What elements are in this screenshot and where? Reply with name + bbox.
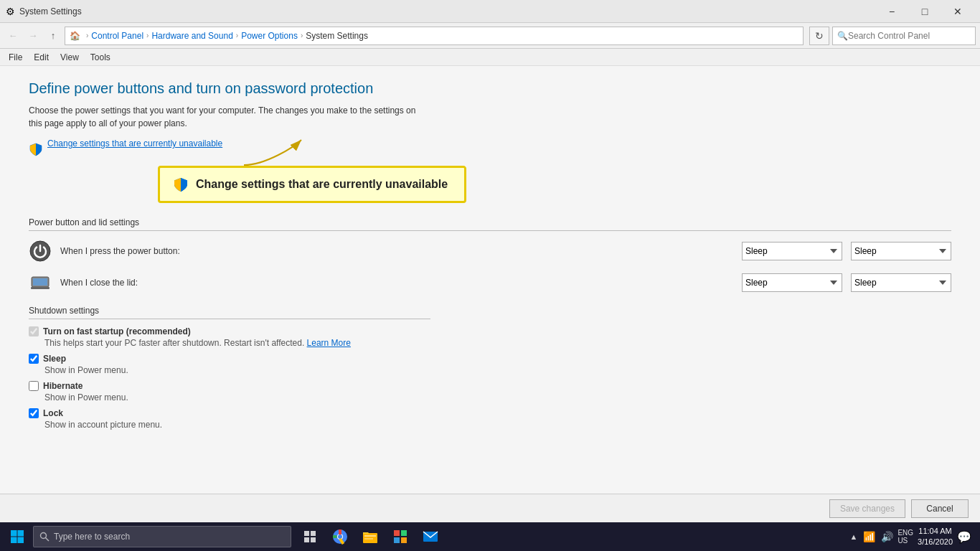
menu-tools[interactable]: Tools: [85, 51, 116, 64]
start-button[interactable]: [3, 522, 32, 551]
forward-button[interactable]: →: [24, 27, 42, 44]
lock-checkbox-row: Lock: [29, 408, 430, 418]
title-bar-controls: − □ ✕: [875, 0, 974, 23]
fast-startup-checkbox[interactable]: [29, 326, 39, 336]
search-box: 🔍: [832, 27, 976, 45]
minimize-button[interactable]: −: [875, 0, 908, 23]
clock-time: 11:04 AM: [918, 526, 953, 537]
callout-shield-icon: [173, 176, 189, 192]
taskbar-icons: [296, 522, 445, 551]
file-explorer-svg: [362, 529, 378, 545]
breadcrumb-hardware-sound[interactable]: Hardware and Sound: [151, 31, 232, 41]
fast-startup-label[interactable]: Turn on fast startup (recommended): [43, 326, 191, 336]
bottom-bar: Save changes Cancel: [0, 494, 980, 522]
clock[interactable]: 11:04 AM 3/16/2020: [918, 526, 953, 548]
save-button[interactable]: Save changes: [829, 499, 905, 518]
lock-desc: Show in account picture menu.: [44, 420, 430, 430]
menu-view[interactable]: View: [55, 51, 85, 64]
taskbar: Type here to search: [0, 522, 980, 551]
power-button-icon: [29, 240, 52, 263]
taskbar-right: ▲ 📶 🔊 ENGUS 11:04 AM 3/16/2020 💬: [850, 526, 978, 548]
app1-svg: [392, 529, 408, 545]
svg-rect-13: [304, 537, 309, 542]
window-icon: ⚙: [6, 6, 15, 17]
search-input[interactable]: [848, 31, 971, 41]
svg-rect-3: [33, 278, 47, 286]
back-button[interactable]: ←: [4, 27, 22, 44]
svg-rect-7: [11, 537, 17, 544]
breadcrumb-current: System Settings: [306, 31, 368, 41]
menu-file[interactable]: File: [3, 51, 28, 64]
file-explorer-icon[interactable]: [356, 522, 385, 551]
shutdown-section-label: Shutdown settings: [29, 306, 430, 319]
svg-rect-5: [11, 530, 17, 537]
clock-date: 3/16/2020: [918, 537, 953, 547]
menu-edit[interactable]: Edit: [28, 51, 55, 64]
callout-text: Change settings that are currently unava…: [196, 178, 448, 191]
lid-select-1[interactable]: Sleep Hibernate Shut down Do nothing: [742, 273, 842, 292]
breadcrumb-power-options[interactable]: Power Options: [241, 31, 298, 41]
hibernate-checkbox-row: Hibernate: [29, 381, 430, 391]
task-view-icon[interactable]: [296, 522, 324, 551]
close-button[interactable]: ✕: [941, 0, 974, 23]
fast-startup-desc: This helps start your PC faster after sh…: [44, 338, 430, 348]
chrome-icon[interactable]: [326, 522, 354, 551]
email-icon[interactable]: [416, 522, 445, 551]
page-description: Choose the power settings that you want …: [29, 104, 430, 130]
callout-box: Change settings that are currently unava…: [158, 166, 466, 203]
power-button-select-1[interactable]: Sleep Hibernate Shut down Do nothing: [742, 242, 842, 260]
maximize-button[interactable]: □: [908, 0, 941, 23]
breadcrumb-sep-3: ›: [301, 32, 303, 39]
svg-rect-12: [311, 531, 316, 536]
hibernate-desc: Show in Power menu.: [44, 392, 430, 402]
language-indicator[interactable]: ENGUS: [897, 529, 913, 545]
hibernate-checkbox[interactable]: [29, 381, 39, 391]
svg-rect-24: [401, 537, 407, 543]
page-title: Define power buttons and turn on passwor…: [29, 80, 951, 97]
sleep-label[interactable]: Sleep: [43, 354, 66, 364]
lock-row: Lock Show in account picture menu.: [29, 408, 430, 430]
lock-checkbox[interactable]: [29, 408, 39, 418]
fast-startup-checkbox-row: Turn on fast startup (recommended): [29, 326, 430, 336]
search-icon: 🔍: [837, 31, 848, 41]
power-button-select-2[interactable]: Sleep Hibernate Shut down Do nothing: [851, 242, 951, 260]
svg-rect-23: [394, 537, 400, 543]
svg-line-10: [46, 538, 50, 542]
breadcrumb-sep-1: ›: [146, 32, 149, 39]
svg-rect-21: [394, 530, 400, 536]
svg-point-9: [41, 533, 47, 539]
breadcrumb-sep-2: ›: [236, 32, 238, 39]
app-icon-1[interactable]: [386, 522, 415, 551]
fast-startup-row: Turn on fast startup (recommended) This …: [29, 326, 430, 348]
up-button[interactable]: ↑: [44, 27, 62, 44]
main-content: Define power buttons and turn on passwor…: [0, 66, 980, 494]
lid-icon: [29, 271, 52, 294]
uac-shield-icon: [29, 142, 43, 156]
lid-select-2[interactable]: Sleep Hibernate Shut down Do nothing: [851, 273, 951, 292]
refresh-button[interactable]: ↻: [809, 27, 829, 45]
hibernate-row: Hibernate Show in Power menu.: [29, 381, 430, 402]
lock-label[interactable]: Lock: [43, 408, 63, 418]
hibernate-label[interactable]: Hibernate: [43, 381, 83, 391]
learn-more-link[interactable]: Learn More: [307, 338, 351, 348]
change-settings-link[interactable]: Change settings that are currently unava…: [47, 138, 222, 149]
sleep-row: Sleep Show in Power menu.: [29, 354, 430, 375]
lid-row: When I close the lid: Sleep Hibernate Sh…: [29, 271, 951, 294]
breadcrumb: 🏠 › Control Panel › Hardware and Sound ›…: [65, 27, 804, 45]
taskbar-search-text: Type here to search: [54, 532, 130, 542]
cancel-button[interactable]: Cancel: [911, 499, 969, 518]
breadcrumb-control-panel[interactable]: Control Panel: [91, 31, 143, 41]
network-icon[interactable]: 📶: [863, 531, 875, 542]
svg-rect-11: [304, 531, 309, 536]
callout-arrow: [237, 133, 308, 169]
volume-icon[interactable]: 🔊: [881, 531, 893, 542]
window-title: System Settings: [19, 6, 875, 17]
sleep-checkbox[interactable]: [29, 354, 39, 364]
tray-expand-icon[interactable]: ▲: [850, 532, 858, 541]
taskbar-search[interactable]: Type here to search: [33, 526, 291, 547]
home-icon[interactable]: 🏠: [70, 31, 80, 41]
chrome-svg: [332, 529, 348, 545]
notification-icon[interactable]: 💬: [957, 530, 971, 544]
sleep-desc: Show in Power menu.: [44, 365, 430, 375]
lid-label: When I close the lid:: [60, 278, 733, 288]
